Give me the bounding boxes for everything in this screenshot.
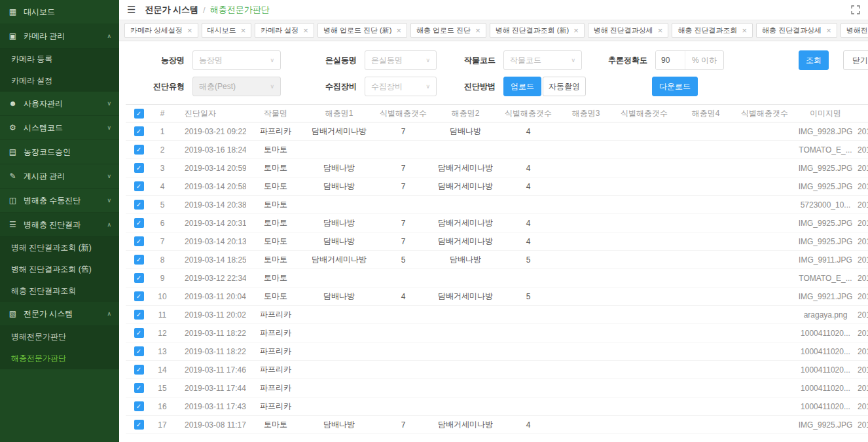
sidebar: ▦대시보드▣카메라 관리∧카메라 등록카메라 설정☻사용자관리∨⚙시스템코드∨▤… [0, 0, 119, 442]
sidebar-subitem[interactable]: 병해 진단결과조회 (新) [0, 237, 119, 259]
main-area: ☰ 전문가 시스템 / 해충전문가판단 카메라 상세설정×대시보드×카메라 설정… [119, 0, 868, 442]
close-icon[interactable]: × [475, 26, 480, 35]
menu-toggle-icon[interactable]: ☰ [127, 4, 136, 16]
row-checkbox[interactable]: ✓ [134, 181, 144, 191]
dashboard-icon: ▦ [8, 7, 18, 16]
close-icon[interactable]: × [742, 26, 747, 35]
sidebar-item-dashboard[interactable]: ▦대시보드 [0, 0, 119, 24]
select-all-checkbox[interactable]: ✓ [134, 109, 144, 119]
fullscreen-icon[interactable] [851, 5, 860, 14]
sidebar-subitem[interactable]: 카메라 등록 [0, 48, 119, 70]
system-code-icon: ⚙ [8, 123, 18, 132]
diagnosis-type-label: 진단유형 [119, 81, 185, 92]
table-row: ✓142019-03-11 17:46:58파프리카1000411020...2… [126, 361, 868, 379]
close-icon[interactable]: × [241, 26, 246, 35]
tab[interactable]: 해충 진단결과상세× [756, 23, 837, 38]
manual-diagnosis-icon: ◫ [8, 196, 18, 205]
close-icon[interactable]: × [573, 26, 579, 35]
row-checkbox[interactable]: ✓ [134, 310, 144, 320]
crop-code-select[interactable]: 작물코드 ∨ [503, 50, 582, 70]
filter-row-1: 농장명 농장명 ∨ 온실동명 온실동명 ∨ 작물코드 작물코드 ∨ 추론정확도 [119, 50, 868, 70]
column-header: # [152, 105, 173, 122]
table-row: ✓32019-03-14 20:59:38토마토담배나방7담배거세미나방4IMG… [126, 159, 868, 177]
sidebar-item-user-management[interactable]: ☻사용자관리∨ [0, 92, 119, 116]
sidebar-subitem[interactable]: 카메라 설정 [0, 70, 119, 92]
chevron-down-icon: ∨ [571, 57, 575, 64]
sidebar-item-system-code[interactable]: ⚙시스템코드∨ [0, 116, 119, 140]
row-checkbox[interactable]: ✓ [134, 291, 144, 301]
sidebar-item-manual-diagnosis[interactable]: ◫병해충 수동진단∨ [0, 189, 119, 213]
search-button[interactable]: 조회 [799, 50, 829, 70]
diagnosis-method-label: 진단방법 [443, 81, 496, 92]
row-checkbox[interactable]: ✓ [134, 328, 144, 338]
table-row: ✓122019-03-11 18:22:20파프리카1000411020...2… [126, 324, 868, 342]
table-row: ✓82019-03-14 18:25:32토마토담배거세미나방5담배나방5IMG… [126, 251, 868, 269]
row-checkbox[interactable]: ✓ [134, 200, 144, 210]
sidebar-item-diagnosis-results[interactable]: ☰병해충 진단결과∧ [0, 213, 119, 237]
sidebar-subitem[interactable]: 해충전문가판단 [0, 348, 119, 369]
breadcrumb: 전문가 시스템 / 해충전문가판단 [145, 4, 269, 16]
close-button[interactable]: 닫기 [843, 50, 868, 70]
column-header: 식별해충갯수 [613, 105, 676, 122]
breadcrumb-current: 해충전문가판단 [210, 4, 270, 16]
farm-name-select[interactable]: 농장명 ∨ [192, 50, 281, 70]
row-checkbox[interactable]: ✓ [134, 255, 144, 265]
column-header: 식별해충갯수 [373, 105, 433, 122]
method-auto-button[interactable]: 자동촬영 [543, 77, 586, 96]
tab[interactable]: 해충 업로드 진단× [410, 23, 486, 38]
method-upload-button[interactable]: 업로드 [503, 77, 541, 96]
row-checkbox[interactable]: ✓ [134, 365, 144, 375]
collection-device-select[interactable]: 수집장비 ∨ [365, 77, 437, 96]
row-checkbox[interactable]: ✓ [134, 218, 144, 228]
chevron-down-icon: ∨ [425, 83, 430, 90]
row-checkbox[interactable]: ✓ [134, 273, 144, 283]
chevron-down-icon: ∨ [107, 100, 111, 107]
diagnosis-method-group: 업로드 자동촬영 [503, 77, 586, 96]
sidebar-subitem[interactable]: 병해 진단결과조회 (舊) [0, 259, 119, 280]
row-checkbox[interactable]: ✓ [134, 401, 144, 411]
sidebar-submenu: 병해전문가판단해충전문가판단 [0, 326, 119, 369]
row-checkbox[interactable]: ✓ [134, 236, 144, 246]
crop-code-select-value: 작물코드 [510, 55, 541, 66]
sidebar-subitem[interactable]: 해충 진단결과조회 [0, 280, 119, 302]
row-checkbox[interactable]: ✓ [134, 163, 144, 173]
tab[interactable]: 해충 진단결과조회× [672, 23, 753, 38]
sidebar-item-board-management[interactable]: ✎게시판 관리∨ [0, 164, 119, 189]
tab[interactable]: 병해전문가판단× [841, 23, 868, 38]
sidebar-subitem[interactable]: 병해전문가판단 [0, 326, 119, 348]
chevron-down-icon: ∨ [107, 173, 111, 179]
row-checkbox[interactable]: ✓ [134, 126, 144, 136]
close-icon[interactable]: × [187, 26, 192, 35]
table-row: ✓102019-03-11 20:04:40토마토담배나방4담배거세미나방5IM… [126, 287, 868, 306]
close-icon[interactable]: × [303, 26, 308, 35]
column-header: 해충명2 [433, 105, 497, 122]
tab[interactable]: 병해 업로드 진단 (新)× [317, 23, 407, 38]
sidebar-item-farm-code-approval[interactable]: ▤농장코드승인 [0, 140, 119, 164]
row-checkbox[interactable]: ✓ [134, 346, 144, 356]
tab[interactable]: 대시보드× [202, 23, 252, 38]
users-icon: ☻ [8, 99, 18, 108]
close-icon[interactable]: × [658, 26, 663, 35]
tab[interactable]: 카메라 상세설정× [124, 23, 198, 38]
row-checkbox[interactable]: ✓ [134, 383, 144, 393]
tab[interactable]: 카메라 설정× [255, 23, 314, 38]
column-header: 식별해충갯수 [497, 105, 559, 122]
filter-panel: 농장명 농장명 ∨ 온실동명 온실동명 ∨ 작물코드 작물코드 ∨ 추론정확도 [119, 41, 868, 104]
tab[interactable]: 병해 진단결과조회 (新)× [490, 23, 585, 38]
table-row: ✓132019-03-11 18:22:03파프리카1000411020...2… [126, 342, 868, 361]
tab[interactable]: 병해 진단결과상세× [588, 23, 669, 38]
download-button[interactable]: 다운로드 [652, 77, 698, 96]
close-icon[interactable]: × [826, 26, 831, 35]
column-header: 진단일자 [173, 105, 246, 122]
diagnosis-type-select-value: 해충(Pest) [199, 81, 236, 92]
table-row: ✓162019-03-11 17:43:34파프리카1000411020...2… [126, 397, 868, 416]
greenhouse-select[interactable]: 온실동명 ∨ [365, 50, 437, 70]
sidebar-item-camera-management[interactable]: ▣카메라 관리∧ [0, 24, 119, 48]
accuracy-input[interactable] [656, 51, 685, 69]
row-checkbox[interactable]: ✓ [134, 145, 144, 155]
row-checkbox[interactable]: ✓ [134, 420, 144, 430]
diagnosis-type-select[interactable]: 해충(Pest) ∨ [192, 77, 281, 96]
close-icon[interactable]: × [396, 26, 401, 35]
accuracy-suffix: % 이하 [685, 51, 723, 69]
sidebar-item-expert-system[interactable]: ▧전문가 시스템∧ [0, 302, 119, 326]
